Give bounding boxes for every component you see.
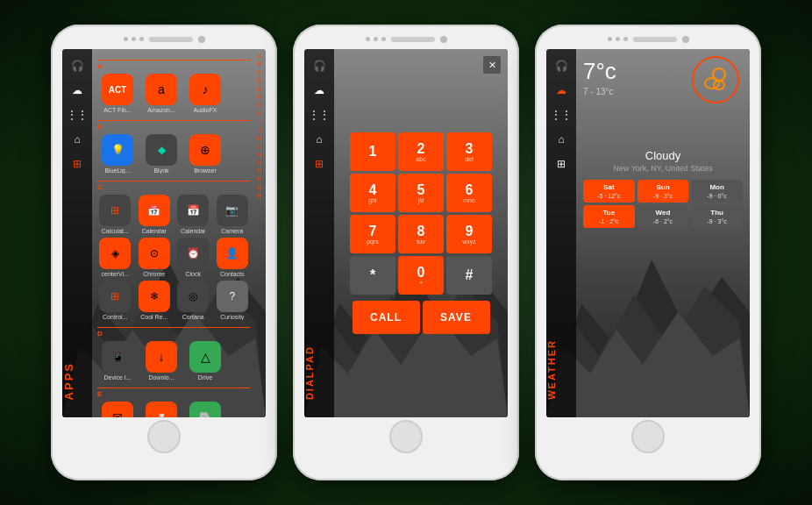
key-9[interactable]: 9 wxyz xyxy=(446,215,492,253)
dots-icon[interactable]: ⋮⋮ xyxy=(68,105,87,124)
app-amazon[interactable]: a Amazon... xyxy=(141,74,182,113)
app-calendar2[interactable]: 📅 Calendar xyxy=(175,195,211,234)
app-icon-downloads: ↓ xyxy=(146,341,177,373)
call-button[interactable]: CALL xyxy=(353,301,420,334)
close-button[interactable]: ✕ xyxy=(483,56,501,74)
key-star[interactable]: * xyxy=(350,256,395,295)
app-label-devicei: Device I... xyxy=(103,374,131,381)
weather-wed: Wed -6 · 2°c xyxy=(637,205,689,228)
alpha-d: D xyxy=(257,77,261,84)
phone-apps: 🎧 ☁ ⋮⋮ ⌂ ⊞ APPS A B C D E F G H I J K L xyxy=(51,25,277,480)
key-5[interactable]: 5 jkl xyxy=(398,174,444,212)
app-calculator[interactable]: ⊞ Calculat... xyxy=(97,195,133,234)
app-clock[interactable]: ⏰ Clock xyxy=(175,238,211,277)
alpha-q: Q xyxy=(257,184,261,191)
key-9-sub: wxyz xyxy=(462,238,476,245)
key-7-sub: pqrs xyxy=(367,238,379,245)
save-button[interactable]: SAVE xyxy=(423,301,490,334)
phone-camera-3 xyxy=(682,36,689,43)
tue-name: Tue xyxy=(587,209,631,217)
app-icon-cortana: ◎ xyxy=(177,281,209,312)
app-emical[interactable]: ₹ EMI Cal... xyxy=(141,402,182,417)
home-icon-3[interactable]: ⌂ xyxy=(552,130,571,149)
app-control[interactable]: ⊞ Control... xyxy=(97,281,133,320)
app-curiosity[interactable]: ? Curiosity xyxy=(215,281,251,320)
home-icon[interactable]: ⌂ xyxy=(68,130,87,149)
phone-speaker-1 xyxy=(149,37,193,42)
dots-icon-2[interactable]: ⋮⋮ xyxy=(310,105,329,124)
app-calendar1[interactable]: 📅 Calendar xyxy=(137,195,173,234)
key-0[interactable]: 0 + xyxy=(398,256,444,295)
alpha-c: C xyxy=(257,69,261,76)
phone-camera-2 xyxy=(440,36,447,43)
app-blynk[interactable]: ◆ Blynk xyxy=(141,134,182,174)
app-bluelight[interactable]: 💡 BlueLig... xyxy=(97,134,138,174)
app-chrome[interactable]: ⊙ Chrome xyxy=(137,238,173,277)
weather-location: New York, NY, United States xyxy=(583,164,743,173)
app-devicei[interactable]: 📱 Device I... xyxy=(97,341,138,381)
grid-icon-3[interactable]: ⊞ xyxy=(552,154,571,174)
apps-row-a: ACT ACT Fib... a Amazon... ♪ AudioFX xyxy=(97,74,250,113)
alpha-l: L xyxy=(258,143,261,150)
headphone-icon-2: 🎧 xyxy=(310,56,329,75)
home-button-2[interactable] xyxy=(389,420,423,453)
app-label-downloads: Downlo... xyxy=(148,374,174,381)
key-4[interactable]: 4 ghi xyxy=(350,174,395,212)
weather-content: 7°c 7 - 13°c Cloudy New York, NY, United… xyxy=(576,49,750,417)
key-7[interactable]: 7 pqrs xyxy=(350,215,395,253)
key-6[interactable]: 6 mno xyxy=(446,174,492,212)
app-audiofx[interactable]: ♪ AudioFX xyxy=(185,74,225,113)
weather-label: WEATHER xyxy=(546,339,576,400)
dot xyxy=(616,37,620,41)
app-downloads[interactable]: ↓ Downlo... xyxy=(141,341,182,381)
app-cortana[interactable]: ◎ Cortana xyxy=(175,281,211,320)
key-1[interactable]: 1 xyxy=(350,132,395,171)
key-8[interactable]: 8 tuv xyxy=(398,215,444,253)
key-3[interactable]: 3 def xyxy=(446,132,492,171)
app-drive[interactable]: △ Drive xyxy=(185,341,225,381)
alpha-i: I xyxy=(259,118,260,125)
app-icon-amazon: a xyxy=(146,74,177,105)
key-2[interactable]: 2 abc xyxy=(398,132,444,171)
app-coolre[interactable]: ❄ Cool Re... xyxy=(137,281,173,320)
key-hash[interactable]: # xyxy=(446,256,492,295)
app-camera[interactable]: 📷 Camera xyxy=(215,195,251,234)
weather-sun: Sun -9 · 3°c xyxy=(637,180,689,203)
phone-bottom-3 xyxy=(535,417,761,456)
alpha-a: A xyxy=(258,53,262,60)
alpha-h: H xyxy=(257,110,261,117)
sat-range: -5 · 12°c xyxy=(587,193,631,199)
app-browser[interactable]: ⊕ Browser xyxy=(185,134,225,174)
dots-icon-3[interactable]: ⋮⋮ xyxy=(552,105,571,124)
apps-row-e: ✉ Email ₹ EMI Cal... 🐘 Evernote xyxy=(97,402,250,417)
home-button-3[interactable] xyxy=(631,420,665,453)
section-b: B xyxy=(97,120,250,131)
weather-icon xyxy=(692,56,739,103)
app-evernote[interactable]: 🐘 Evernote xyxy=(185,402,225,417)
app-label-clock: Clock xyxy=(185,271,201,277)
cloud-icon-3: ☁ xyxy=(552,81,571,100)
key-2-main: 2 xyxy=(417,142,425,156)
grid-icon-2[interactable]: ⊞ xyxy=(310,154,329,174)
app-actfib[interactable]: ACT ACT Fib... xyxy=(97,74,138,113)
app-label-curiosity: Curiosity xyxy=(220,314,244,320)
app-label-contacts: Contacts xyxy=(220,271,245,277)
app-contacts[interactable]: 👤 Contacts xyxy=(215,238,251,277)
app-icon-cal1: 📅 xyxy=(139,195,170,226)
app-label-cal1: Calendar xyxy=(142,228,167,234)
app-label-blynk: Blynk xyxy=(153,167,168,174)
alpha-n: N xyxy=(257,160,261,167)
app-email[interactable]: ✉ Email xyxy=(97,402,138,417)
app-label-camera: Camera xyxy=(221,228,243,234)
app-icon-emical: ₹ xyxy=(146,402,177,417)
app-centervid[interactable]: ◈ centerVi... xyxy=(97,238,133,277)
home-icon-2[interactable]: ⌂ xyxy=(310,130,329,149)
dialpad-sidebar: 🎧 ☁ ⋮⋮ ⌂ ⊞ DIALPAD xyxy=(304,49,334,417)
app-icon-bluelight: 💡 xyxy=(102,134,133,166)
grid-icon[interactable]: ⊞ xyxy=(68,154,87,174)
key-9-main: 9 xyxy=(466,224,474,238)
app-icon-control: ⊞ xyxy=(99,281,131,312)
dialpad-content: ✕ 1 2 abc 3 def 4 ghi xyxy=(334,49,508,417)
home-button-1[interactable] xyxy=(147,420,181,453)
app-icon-camera: 📷 xyxy=(217,195,248,226)
